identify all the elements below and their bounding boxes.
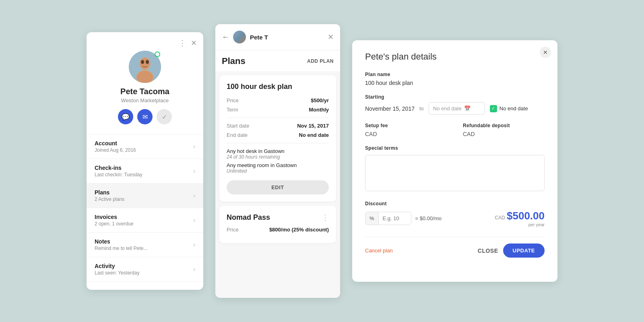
plan-1-start-row: Start date Nov 15, 2017 [227, 123, 329, 129]
special-terms-label: Special terms [365, 145, 545, 151]
nav-item-checkins[interactable]: Check-ins Last checkin: Tuesday › [87, 159, 203, 184]
chevron-right-icon: › [193, 167, 195, 175]
plan-divider [227, 118, 329, 118]
profile-actions: 💬 ✉ ✓ [118, 109, 172, 124]
price-display: CAD $500.00 per year [495, 210, 545, 227]
nav-label-activity: Activity [95, 263, 193, 269]
more-options-icon[interactable]: ⋮ [179, 39, 186, 47]
nav-label-invoices: Invoices [95, 214, 193, 220]
nav-item-account[interactable]: Account Joined Aug 6, 2016 › [87, 134, 203, 159]
price-period: per year [495, 222, 545, 227]
nav-sub-invoices: 2 open, 1 overdue [95, 221, 193, 227]
nav-item-notes[interactable]: Notes Remind me to tell Pete... › [87, 233, 203, 257]
discount-row: % = $0.00/mo CAD $500.00 per year [365, 210, 545, 227]
profile-close-icon[interactable]: ✕ [191, 39, 197, 47]
details-close-button[interactable]: ✕ [540, 47, 551, 58]
cancel-plan-link[interactable]: Cancel plan [365, 248, 393, 254]
price-currency: CAD [495, 215, 505, 221]
header-avatar [233, 31, 246, 43]
profile-org: Weston Marketplace [121, 97, 169, 103]
calendar-icon: 📅 [464, 105, 471, 111]
no-end-date-label: No end date [500, 105, 528, 111]
nav-item-activity[interactable]: Activity Last seen: Yesterday › [87, 257, 203, 282]
start-date-value: Nov 15, 2017 [297, 123, 329, 129]
nav-label-notes: Notes [95, 238, 193, 245]
details-title: Pete's plan details [365, 52, 545, 62]
chevron-right-icon: › [193, 217, 195, 224]
nav-label-plans: Plans [95, 189, 193, 196]
discount-input-group: % [365, 212, 411, 225]
end-date-input[interactable]: No end date 📅 [429, 102, 485, 115]
update-button[interactable]: UPDATE [503, 244, 545, 258]
plans-close-icon[interactable]: ✕ [328, 33, 334, 41]
profile-name: Pete Tacoma [120, 87, 169, 96]
discount-monthly: = $0.00/mo [415, 215, 442, 221]
price-label: Price [227, 97, 239, 103]
nav-sub-account: Joined Aug 6, 2016 [95, 147, 193, 153]
resource-2-sub: Unlimited [227, 168, 329, 174]
online-status-dot [155, 52, 160, 57]
check-button[interactable]: ✓ [157, 109, 172, 124]
profile-nav: Account Joined Aug 6, 2016 › Check-ins L… [87, 134, 203, 282]
avatar-wrapper [129, 51, 161, 83]
term-value: Monthly [309, 107, 329, 113]
chevron-right-icon: › [193, 266, 195, 273]
plan-2-title: Nomad Pass [227, 213, 270, 222]
plan-1-price-row: Price $500/yr [227, 97, 329, 103]
email-button[interactable]: ✉ [137, 109, 153, 124]
plan-1-term-row: Term Monthly [227, 107, 329, 113]
nav-item-invoices[interactable]: Invoices 2 open, 1 overdue › [87, 208, 203, 233]
add-plan-button[interactable]: ADD PLAN [307, 58, 334, 64]
nav-sub-plans: 2 Active plans [95, 196, 193, 202]
close-button[interactable]: CLOSE [478, 248, 498, 254]
end-date-label: End date [227, 132, 248, 138]
back-arrow-icon[interactable]: ← [222, 33, 229, 41]
plan-name-label: Plan name [365, 72, 545, 77]
plan-details-panel: ✕ Pete's plan details Plan name 100 hour… [352, 40, 557, 282]
details-footer: Cancel plan CLOSE UPDATE [365, 237, 545, 258]
setup-fee-label: Setup fee [365, 123, 447, 128]
nav-sub-notes: Remind me to tell Pete... [95, 246, 193, 251]
end-date-value: No end date [299, 132, 329, 138]
plan-name-value: 100 hour desk plan [365, 80, 545, 86]
nav-label-checkins: Check-ins [95, 165, 193, 171]
discount-input[interactable] [379, 212, 411, 225]
refundable-deposit-col: Refundable deposit CAD [463, 123, 545, 137]
plan-name-section: Plan name 100 hour desk plan [365, 72, 545, 86]
edit-plan-button[interactable]: EDIT [227, 180, 329, 194]
profile-avatar-area: Pete Tacoma Weston Marketplace 💬 ✉ ✓ [87, 47, 203, 131]
plan-divider-2 [227, 143, 329, 143]
plans-title: Plans [222, 56, 246, 66]
setup-fee-value: CAD [365, 131, 447, 137]
header-user-name: Pete T [250, 34, 324, 41]
resource-1: Any hot desk in Gastown 24 of 30 hours r… [227, 148, 329, 160]
no-end-date-checkbox[interactable]: ✓ No end date [490, 105, 528, 112]
refundable-deposit-value: CAD [463, 131, 545, 137]
nav-item-plans[interactable]: Plans 2 Active plans › [87, 184, 203, 208]
plan-1-end-row: End date No end date [227, 132, 329, 138]
checkbox-checked-icon: ✓ [490, 105, 497, 112]
chevron-right-icon: › [193, 241, 195, 248]
discount-section: Discount % = $0.00/mo CAD $500.00 per ye… [365, 201, 545, 227]
special-terms-section: Special terms [365, 145, 545, 193]
nav-sub-activity: Last seen: Yesterday [95, 270, 193, 276]
start-date-label: Start date [227, 123, 249, 129]
end-date-placeholder: No end date [433, 105, 462, 111]
plans-title-bar: Plans ADD PLAN [215, 50, 340, 71]
plan-card-1: 100 hour desk plan Price $500/yr Term Mo… [219, 75, 336, 202]
plan-2-more-icon[interactable]: ⋮ [322, 213, 329, 222]
footer-right: CLOSE UPDATE [478, 244, 545, 258]
starting-label: Starting [365, 94, 545, 100]
nav-label-account: Account [95, 140, 193, 147]
plan-2-price-label: Price [227, 227, 239, 233]
chat-button[interactable]: 💬 [118, 109, 133, 124]
svg-point-6 [146, 60, 149, 64]
profile-top-actions: ⋮ ✕ [87, 32, 203, 47]
term-label: Term [227, 107, 238, 113]
special-terms-textarea[interactable] [365, 155, 545, 191]
refundable-deposit-label: Refundable deposit [463, 123, 545, 128]
profile-panel: ⋮ ✕ Pete Tacoma Weston Marketplace [87, 32, 203, 290]
nav-sub-checkins: Last checkin: Tuesday [95, 172, 193, 178]
plan-card-2: Nomad Pass ⋮ Price $800/mo (25% discount… [219, 206, 336, 243]
resource-2: Any meeting room in Gastown Unlimited [227, 162, 329, 174]
